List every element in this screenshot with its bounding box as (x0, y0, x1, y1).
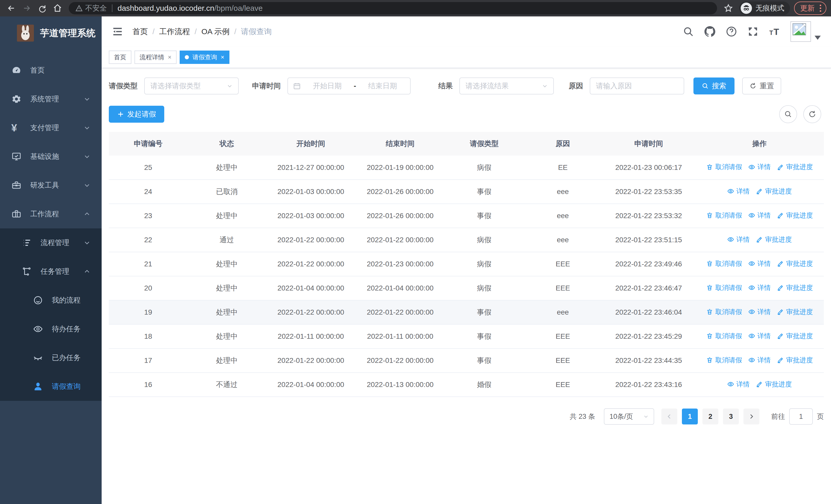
user-avatar-menu[interactable] (791, 21, 821, 42)
cancel-leave-link[interactable]: 取消请假 (706, 356, 742, 365)
menu-icon (33, 381, 43, 392)
browser-update-button[interactable]: 更新 (794, 2, 826, 15)
bookmark-button[interactable] (722, 2, 735, 15)
sidebar-item-todo-tasks[interactable]: 待办任务 (0, 315, 102, 343)
status-text: 通过 (188, 228, 266, 252)
sidebar-item-leave-query[interactable]: 请假查询 (0, 372, 102, 401)
goto-page-input[interactable]: 1 (789, 408, 813, 425)
star-icon (724, 4, 733, 13)
trash-icon (706, 164, 713, 171)
sidebar-item-done-tasks[interactable]: 已办任务 (0, 343, 102, 372)
next-page-button[interactable] (744, 409, 760, 424)
trash-icon (706, 284, 713, 291)
home-button[interactable] (51, 2, 64, 15)
browser-menu-icon[interactable] (820, 5, 821, 12)
breadcrumb-item[interactable]: OA 示例 (201, 26, 230, 37)
detail-link[interactable]: 详情 (748, 283, 771, 292)
sidebar-item-devtools[interactable]: 研发工具 (0, 171, 102, 200)
approval-progress-link[interactable]: 审批进度 (777, 283, 813, 292)
menu-icon: ¥ (11, 123, 22, 133)
search-button[interactable]: 搜索 (693, 78, 735, 94)
toggle-search-button[interactable] (779, 105, 797, 123)
detail-link[interactable]: 详情 (748, 356, 771, 365)
cancel-leave-link[interactable]: 取消请假 (706, 162, 742, 171)
close-icon[interactable]: × (168, 54, 171, 60)
sidebar-item-payment[interactable]: ¥ 支付管理 (0, 113, 102, 142)
approval-progress-link[interactable]: 审批进度 (777, 162, 813, 171)
sidebar-item-workflow[interactable]: 工作流程 (0, 200, 102, 228)
home-icon (53, 4, 62, 13)
result-placeholder: 请选择流结果 (465, 81, 509, 91)
close-icon[interactable]: × (221, 54, 224, 60)
forward-button[interactable] (20, 2, 33, 15)
page-size-select[interactable]: 10条/页 (604, 408, 654, 425)
result-select[interactable]: 请选择流结果 (459, 78, 554, 94)
actions-cell: 取消请假 详情 审批进度 (695, 349, 824, 373)
edit-icon (777, 260, 784, 267)
actions-cell: 取消请假 详情 审批进度 (695, 276, 824, 300)
detail-link[interactable]: 详情 (748, 162, 771, 171)
reason-input[interactable]: 请输入原因 (590, 78, 684, 94)
sidebar-item-my-process[interactable]: 我的流程 (0, 286, 102, 315)
refresh-table-button[interactable] (803, 105, 821, 123)
apply-time-range-picker[interactable]: 开始日期 - 结束日期 (287, 78, 411, 94)
prev-page-button[interactable] (661, 409, 677, 424)
actions-cell: 取消请假 详情 审批进度 (695, 324, 824, 349)
approval-progress-link[interactable]: 审批进度 (777, 356, 813, 365)
detail-link[interactable]: 详情 (748, 331, 771, 340)
page-button-3[interactable]: 3 (723, 409, 739, 424)
sidebar-item-home[interactable]: 首页 (0, 56, 102, 85)
sidebar-menu-top: 首页 系统管理 ¥ 支付管理 基础设施 研发工具 工作流程 (0, 56, 102, 228)
tab-首页[interactable]: 首页 × (109, 51, 132, 64)
approval-progress-link[interactable]: 审批进度 (777, 211, 813, 220)
chevron-down-icon (227, 83, 232, 89)
approval-progress-link[interactable]: 审批进度 (777, 307, 813, 317)
cancel-leave-link[interactable]: 取消请假 (706, 283, 742, 292)
cancel-leave-link[interactable]: 取消请假 (706, 331, 742, 340)
app-logo-row[interactable]: 芋道管理系统 (0, 17, 102, 50)
font-size-icon[interactable]: TT (769, 26, 780, 37)
column-header: 操作 (695, 132, 824, 155)
sidebar-item-task-mgmt[interactable]: 任务管理 (0, 257, 102, 286)
cancel-leave-link[interactable]: 取消请假 (706, 259, 742, 268)
fullscreen-icon[interactable] (747, 26, 758, 37)
cancel-leave-link[interactable]: 取消请假 (706, 307, 742, 317)
create-leave-button[interactable]: 发起请假 (109, 106, 164, 123)
sidebar-item-system[interactable]: 系统管理 (0, 85, 102, 113)
approval-progress-link[interactable]: 审批进度 (777, 259, 813, 268)
breadcrumb-item[interactable]: 首页 (133, 26, 148, 37)
leave-table: 申请编号状态开始时间结束时间请假类型原因申请时间操作 25 处理中 2021-1… (109, 132, 824, 397)
start-date-placeholder: 开始日期 (305, 81, 349, 91)
reset-button[interactable]: 重置 (742, 78, 781, 94)
table-row: 18 处理中 2022-01-11 00:00:00 2022-01-11 00… (109, 324, 824, 349)
help-icon[interactable] (726, 26, 737, 37)
table-toolbar: 发起请假 (109, 105, 824, 123)
detail-link[interactable]: 详情 (727, 235, 750, 244)
leave-type-select[interactable]: 请选择请假类型 (144, 78, 239, 94)
approval-progress-link[interactable]: 审批进度 (756, 187, 792, 196)
tab-流程详情[interactable]: 流程详情 × (135, 51, 177, 64)
approval-progress-link[interactable]: 审批进度 (777, 331, 813, 340)
actions-cell: 取消请假 详情 审批进度 (695, 300, 824, 324)
github-icon[interactable] (704, 26, 716, 37)
search-icon[interactable] (683, 26, 694, 37)
url-bar[interactable]: 不安全 dashboard.yudao.iocoder.cn/bpm/oa/le… (69, 2, 717, 14)
sidebar-item-process-mgmt[interactable]: 流程管理 (0, 228, 102, 257)
status-text: 不通过 (188, 373, 266, 397)
sidebar-item-infra[interactable]: 基础设施 (0, 142, 102, 171)
breadcrumb-item[interactable]: 工作流程 (159, 26, 190, 37)
detail-link[interactable]: 详情 (748, 211, 771, 220)
detail-link[interactable]: 详情 (727, 187, 750, 196)
collapse-sidebar-icon[interactable] (112, 26, 123, 37)
detail-link[interactable]: 详情 (727, 380, 750, 389)
page-button-2[interactable]: 2 (703, 409, 718, 424)
tab-请假查询[interactable]: 请假查询 × (180, 51, 229, 64)
detail-link[interactable]: 详情 (748, 307, 771, 317)
approval-progress-link[interactable]: 审批进度 (756, 235, 792, 244)
detail-link[interactable]: 详情 (748, 259, 771, 268)
reload-button[interactable] (35, 2, 49, 15)
page-button-1[interactable]: 1 (682, 409, 698, 424)
approval-progress-link[interactable]: 审批进度 (756, 380, 792, 389)
back-button[interactable] (5, 2, 18, 15)
cancel-leave-link[interactable]: 取消请假 (706, 211, 742, 220)
